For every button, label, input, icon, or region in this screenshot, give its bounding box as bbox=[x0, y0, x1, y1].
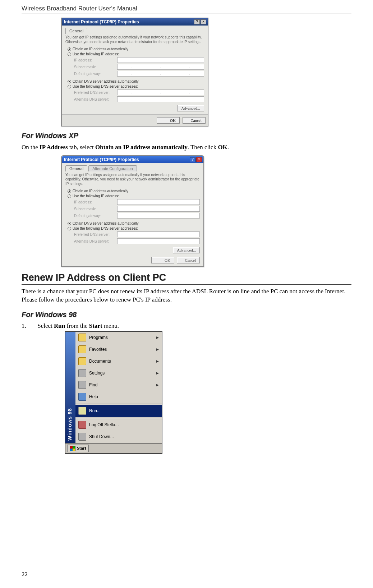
menu-label: Find bbox=[89, 382, 97, 387]
help-icon[interactable]: ? bbox=[190, 157, 195, 162]
tab-general[interactable]: General bbox=[65, 28, 87, 34]
alternate-dns-field: ... bbox=[117, 96, 204, 102]
text: . Then click bbox=[188, 144, 218, 151]
menu-item-help[interactable]: Help bbox=[75, 391, 162, 403]
radio-label: Use the following DNS server addresses: bbox=[73, 226, 138, 230]
label-pref-dns: Preferred DNS server: bbox=[74, 233, 114, 236]
start-button-label: Start bbox=[77, 446, 86, 451]
label-pref-dns: Preferred DNS server: bbox=[74, 91, 114, 95]
menu-label: Run... bbox=[89, 408, 101, 413]
alternate-dns-field bbox=[117, 238, 200, 244]
radio-label: Use the following DNS server addresses: bbox=[73, 84, 138, 88]
heading-renew-ip: Renew IP Address on Client PC bbox=[22, 272, 351, 283]
radio-obtain-ip[interactable]: Obtain an IP address automatically bbox=[68, 47, 204, 51]
menu-label: Favorites bbox=[89, 347, 107, 352]
radio-obtain-dns[interactable]: Obtain DNS server address automatically bbox=[68, 221, 200, 225]
menu-label: Log Off Stella... bbox=[89, 422, 119, 427]
run-icon bbox=[78, 407, 86, 415]
submenu-arrow-icon: ▶ bbox=[156, 383, 159, 387]
tcpip-dialog-win2000: Internet Protocol (TCP/IP) Properties ? … bbox=[61, 18, 208, 127]
text: from the bbox=[65, 322, 89, 329]
text-bold: OK bbox=[218, 144, 227, 151]
menu-item-find[interactable]: Find▶ bbox=[75, 379, 162, 391]
radio-use-dns[interactable]: Use the following DNS server addresses: bbox=[68, 226, 200, 230]
text-bold: Obtain an IP address automatically bbox=[95, 144, 188, 151]
windows-logo-icon bbox=[70, 446, 75, 451]
menu-label: Shut Down... bbox=[89, 434, 114, 439]
menu-label: Documents bbox=[89, 359, 111, 364]
subnet-mask-field: ... bbox=[117, 64, 204, 70]
text-bold: Start bbox=[89, 322, 102, 329]
step-number: 1. bbox=[22, 322, 36, 330]
radio-label: Obtain DNS server address automatically bbox=[73, 79, 138, 83]
heading-for-windows-xp: For Windows XP bbox=[22, 132, 351, 140]
radio-obtain-dns[interactable]: Obtain DNS server address automatically bbox=[68, 79, 204, 83]
settings-icon bbox=[78, 369, 86, 377]
submenu-arrow-icon: ▶ bbox=[156, 348, 159, 351]
radio-icon bbox=[68, 52, 71, 56]
label-ip: IP address: bbox=[74, 200, 114, 204]
radio-obtain-ip[interactable]: Obtain an IP address automatically bbox=[68, 189, 200, 193]
menu-item-shutdown[interactable]: Shut Down... bbox=[75, 431, 162, 443]
help-icon[interactable]: ? bbox=[194, 19, 200, 24]
text: On the bbox=[22, 144, 40, 151]
radio-icon bbox=[68, 194, 71, 198]
ok-button[interactable]: OK bbox=[157, 117, 180, 124]
menu-item-logoff[interactable]: Log Off Stella... bbox=[75, 419, 162, 431]
preferred-dns-field bbox=[117, 231, 200, 237]
radio-icon bbox=[68, 85, 71, 88]
documents-icon bbox=[78, 357, 86, 365]
submenu-arrow-icon: ▶ bbox=[156, 359, 159, 363]
menu-item-documents[interactable]: Documents▶ bbox=[75, 355, 162, 367]
favorites-icon bbox=[78, 345, 86, 353]
logoff-icon bbox=[78, 421, 86, 429]
menu-separator bbox=[75, 418, 162, 418]
submenu-arrow-icon: ▶ bbox=[156, 336, 159, 339]
start-button[interactable]: Start bbox=[67, 445, 89, 452]
text: Select bbox=[37, 322, 54, 329]
header-rule bbox=[22, 14, 351, 14]
taskbar: Start bbox=[65, 444, 162, 454]
label-alt-dns: Alternate DNS server: bbox=[74, 239, 114, 243]
menu-item-programs[interactable]: Programs▶ bbox=[75, 332, 162, 344]
advanced-button[interactable]: Advanced... bbox=[173, 247, 200, 253]
default-gateway-field: ... bbox=[117, 71, 204, 77]
menu-item-favorites[interactable]: Favorites▶ bbox=[75, 344, 162, 355]
ok-button[interactable]: OK bbox=[151, 257, 174, 263]
close-icon[interactable]: × bbox=[196, 157, 202, 162]
dialog-description: You can get IP settings assigned automat… bbox=[65, 173, 200, 187]
tab-general[interactable]: General bbox=[65, 165, 87, 171]
label-subnet: Subnet mask: bbox=[74, 65, 114, 69]
radio-icon bbox=[68, 80, 71, 83]
radio-use-ip[interactable]: Use the following IP address: bbox=[68, 194, 200, 198]
tab-alternate-configuration[interactable]: Alternate Configuration bbox=[88, 165, 137, 171]
label-subnet: Subnet mask: bbox=[74, 207, 114, 211]
radio-use-ip[interactable]: Use the following IP address: bbox=[68, 52, 204, 56]
radio-use-dns[interactable]: Use the following DNS server addresses: bbox=[68, 84, 204, 88]
advanced-button[interactable]: Advanced... bbox=[177, 105, 204, 111]
subnet-mask-field bbox=[117, 206, 200, 212]
preferred-dns-field: ... bbox=[117, 89, 204, 95]
page-number: 22 bbox=[22, 571, 28, 578]
radio-icon bbox=[68, 227, 71, 230]
radio-icon bbox=[68, 189, 71, 193]
dialog-title: Internet Protocol (TCP/IP) Properties bbox=[64, 157, 139, 162]
menu-label: Programs bbox=[89, 335, 108, 340]
step-1: 1. Select Run from the Start menu. bbox=[22, 322, 351, 330]
submenu-arrow-icon: ▶ bbox=[156, 371, 159, 375]
menu-item-run[interactable]: Run... bbox=[75, 405, 162, 417]
text: menu. bbox=[102, 322, 119, 329]
label-gateway: Default gateway: bbox=[74, 214, 114, 218]
heading-for-windows-98: For Windows 98 bbox=[22, 311, 351, 319]
text-bold: Run bbox=[54, 322, 65, 329]
default-gateway-field bbox=[117, 213, 200, 219]
cancel-button[interactable]: Cancel bbox=[183, 117, 206, 124]
start-menu-brandbar: Windows 98 bbox=[65, 332, 75, 443]
menu-item-settings[interactable]: Settings▶ bbox=[75, 367, 162, 379]
dialog-description: You can get IP settings assigned automat… bbox=[65, 35, 204, 44]
ip-address-field bbox=[117, 199, 200, 205]
close-icon[interactable]: × bbox=[201, 19, 206, 24]
radio-label: Obtain an IP address automatically bbox=[73, 189, 128, 193]
radio-icon bbox=[68, 222, 71, 225]
cancel-button[interactable]: Cancel bbox=[177, 257, 200, 263]
